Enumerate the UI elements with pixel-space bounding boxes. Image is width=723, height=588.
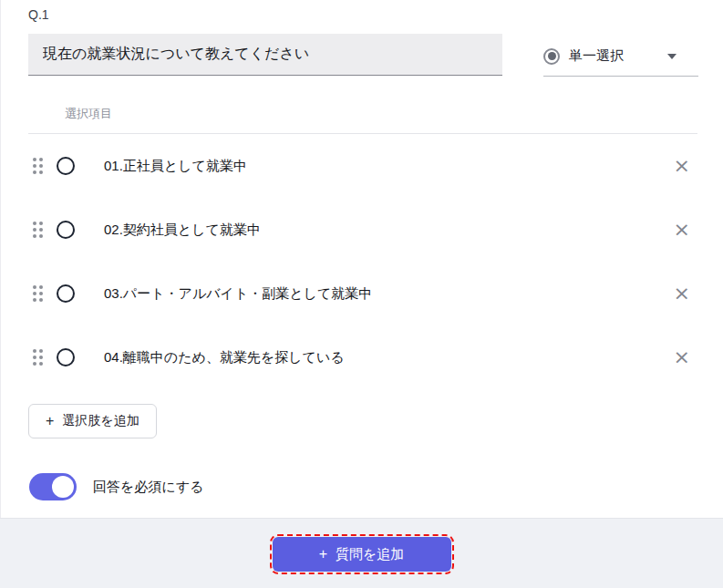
remove-option-icon[interactable]: × — [674, 220, 690, 240]
option-row: 02.契約社員として就業中 × — [28, 198, 697, 262]
option-label[interactable]: 02.契約社員として就業中 — [104, 222, 261, 239]
option-row: 01.正社員として就業中 × — [28, 134, 697, 198]
options-section-header: 選択項目 — [65, 106, 112, 122]
drag-handle-icon[interactable] — [33, 349, 43, 366]
drag-handle-icon[interactable] — [33, 285, 43, 302]
drag-handle-icon[interactable] — [33, 158, 43, 174]
remove-option-icon[interactable]: × — [674, 347, 690, 367]
required-setting-row: 回答を必須にする — [29, 473, 203, 500]
radio-circle-icon[interactable] — [57, 348, 75, 366]
radio-circle-icon[interactable] — [57, 221, 75, 239]
option-row: 03.パート・アルバイト・副業として就業中 × — [28, 262, 697, 325]
toggle-knob — [52, 476, 74, 498]
question-editor-card: Q.1 単一選択 選択項目 01.正社員として就業中 × 02.契約社員として就… — [0, 0, 723, 519]
add-option-label: 選択肢を追加 — [62, 413, 139, 429]
add-option-button[interactable]: + 選択肢を追加 — [28, 404, 157, 438]
add-question-label: 質問を追加 — [336, 546, 404, 563]
question-type-dropdown[interactable]: 単一選択 — [543, 36, 698, 77]
question-number: Q.1 — [28, 7, 49, 22]
option-list: 01.正社員として就業中 × 02.契約社員として就業中 × 03.パート・アル… — [28, 134, 697, 389]
option-label[interactable]: 01.正社員として就業中 — [104, 158, 247, 175]
single-choice-radio-icon — [543, 48, 560, 65]
question-type-label: 単一選択 — [569, 47, 658, 65]
option-label[interactable]: 04.離職中のため、就業先を探している — [104, 349, 345, 366]
chevron-down-icon — [667, 54, 677, 59]
required-toggle-label: 回答を必須にする — [93, 479, 203, 496]
drag-handle-icon[interactable] — [33, 222, 43, 238]
question-title-input[interactable] — [28, 34, 502, 76]
plus-icon: + — [46, 413, 54, 429]
add-question-button[interactable]: + 質問を追加 — [273, 537, 451, 572]
radio-circle-icon[interactable] — [57, 157, 75, 175]
radio-circle-icon[interactable] — [57, 284, 75, 303]
option-row: 04.離職中のため、就業先を探している × — [28, 325, 697, 389]
remove-option-icon[interactable]: × — [674, 284, 690, 304]
required-toggle[interactable] — [29, 473, 77, 500]
remove-option-icon[interactable]: × — [674, 156, 690, 176]
option-label[interactable]: 03.パート・アルバイト・副業として就業中 — [104, 285, 372, 303]
plus-icon: + — [319, 546, 327, 562]
footer-bar: + 質問を追加 — [0, 518, 723, 588]
